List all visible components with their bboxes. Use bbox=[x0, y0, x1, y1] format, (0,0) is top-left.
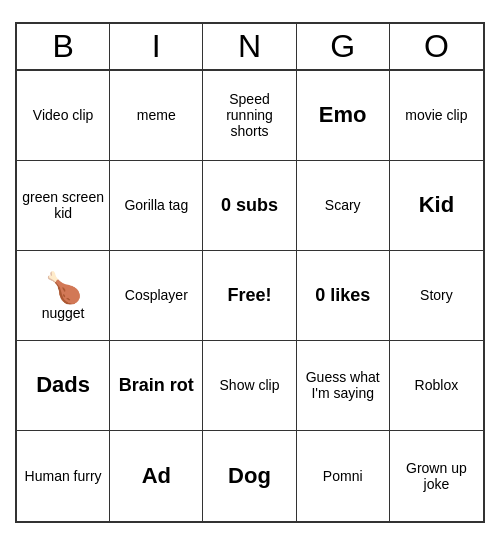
bingo-cell-16[interactable]: Brain rot bbox=[110, 341, 203, 431]
cell-text: Roblox bbox=[415, 377, 459, 393]
bingo-cell-11[interactable]: Cosplayer bbox=[110, 251, 203, 341]
bingo-cell-5[interactable]: green screen kid bbox=[17, 161, 110, 251]
cell-text: Brain rot bbox=[119, 375, 194, 396]
cell-text: Scary bbox=[325, 197, 361, 213]
cell-text: Guess what I'm saying bbox=[301, 369, 385, 401]
bingo-cell-18[interactable]: Guess what I'm saying bbox=[297, 341, 390, 431]
header-b: B bbox=[17, 24, 110, 69]
header-g: G bbox=[297, 24, 390, 69]
cell-text: 0 likes bbox=[315, 285, 370, 306]
cell-text: meme bbox=[137, 107, 176, 123]
bingo-cell-21[interactable]: Ad bbox=[110, 431, 203, 521]
bingo-cell-23[interactable]: Pomni bbox=[297, 431, 390, 521]
cell-text: movie clip bbox=[405, 107, 467, 123]
cell-text: Gorilla tag bbox=[124, 197, 188, 213]
cell-text: 0 subs bbox=[221, 195, 278, 216]
bingo-cell-4[interactable]: movie clip bbox=[390, 71, 483, 161]
bingo-cell-6[interactable]: Gorilla tag bbox=[110, 161, 203, 251]
bingo-cell-3[interactable]: Emo bbox=[297, 71, 390, 161]
bingo-cell-14[interactable]: Story bbox=[390, 251, 483, 341]
cell-text: Dads bbox=[36, 372, 90, 398]
bingo-cell-15[interactable]: Dads bbox=[17, 341, 110, 431]
bingo-cell-7[interactable]: 0 subs bbox=[203, 161, 296, 251]
bingo-cell-20[interactable]: Human furry bbox=[17, 431, 110, 521]
cell-text: Dog bbox=[228, 463, 271, 489]
bingo-cell-8[interactable]: Scary bbox=[297, 161, 390, 251]
cell-text: Ad bbox=[142, 463, 171, 489]
cell-text: green screen kid bbox=[21, 189, 105, 221]
cell-text: Video clip bbox=[33, 107, 93, 123]
bingo-cell-12[interactable]: Free! bbox=[203, 251, 296, 341]
bingo-cell-1[interactable]: meme bbox=[110, 71, 203, 161]
bingo-cell-17[interactable]: Show clip bbox=[203, 341, 296, 431]
bingo-cell-10[interactable]: 🍗nugget bbox=[17, 251, 110, 341]
cell-text: Kid bbox=[419, 192, 454, 218]
bingo-cell-0[interactable]: Video clip bbox=[17, 71, 110, 161]
header-i: I bbox=[110, 24, 203, 69]
bingo-cell-24[interactable]: Grown up joke bbox=[390, 431, 483, 521]
nugget-icon: 🍗 bbox=[45, 270, 82, 305]
cell-text: Cosplayer bbox=[125, 287, 188, 303]
cell-text: Story bbox=[420, 287, 453, 303]
bingo-card: B I N G O Video clipmemeSpeed running sh… bbox=[15, 22, 485, 523]
cell-text: Show clip bbox=[220, 377, 280, 393]
cell-text: Free! bbox=[227, 285, 271, 306]
bingo-cell-19[interactable]: Roblox bbox=[390, 341, 483, 431]
bingo-cell-9[interactable]: Kid bbox=[390, 161, 483, 251]
bingo-cell-22[interactable]: Dog bbox=[203, 431, 296, 521]
cell-text: nugget bbox=[42, 305, 85, 321]
bingo-cell-2[interactable]: Speed running shorts bbox=[203, 71, 296, 161]
cell-text: Pomni bbox=[323, 468, 363, 484]
cell-text: Emo bbox=[319, 102, 367, 128]
cell-text: Human furry bbox=[25, 468, 102, 484]
bingo-grid: Video clipmemeSpeed running shortsEmomov… bbox=[17, 71, 483, 521]
header-n: N bbox=[203, 24, 296, 69]
cell-text: Grown up joke bbox=[394, 460, 479, 492]
cell-text: Speed running shorts bbox=[207, 91, 291, 139]
header-o: O bbox=[390, 24, 483, 69]
bingo-cell-13[interactable]: 0 likes bbox=[297, 251, 390, 341]
bingo-header: B I N G O bbox=[17, 24, 483, 71]
